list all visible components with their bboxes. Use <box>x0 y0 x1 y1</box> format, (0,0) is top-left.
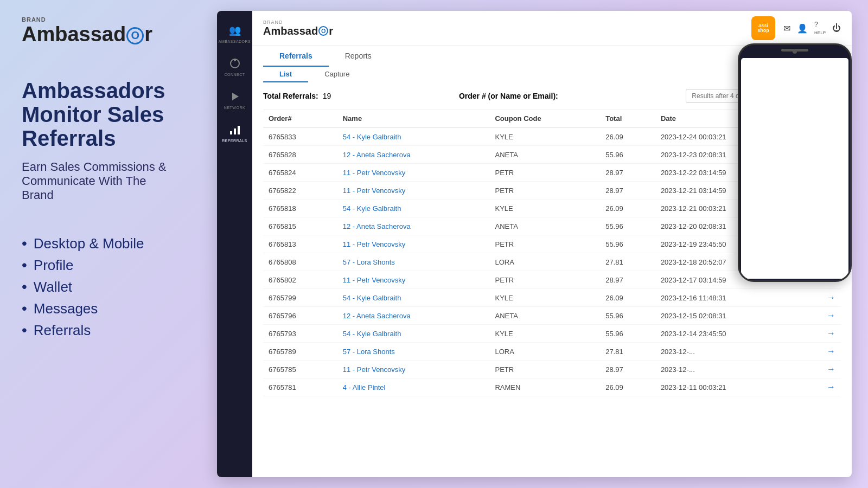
cell-name[interactable]: 11 - Petr Vencovsky <box>337 361 490 378</box>
cell-name[interactable]: 11 - Petr Vencovsky <box>337 271 490 289</box>
col-total: Total <box>600 110 655 127</box>
cell-total: 28.97 <box>600 182 655 200</box>
sidebar-referrals-label: REFERRALS <box>222 139 247 143</box>
table-row: 6765781 4 - Allie Pintel RAMEN 26.09 202… <box>263 378 841 396</box>
right-panel: 👥 AMBASSADORS CONNECT NETWOR <box>201 0 868 488</box>
cell-name[interactable]: 11 - Petr Vencovsky <box>337 182 490 200</box>
table-row: 6765799 54 - Kyle Galbraith KYLE 26.09 2… <box>263 289 841 307</box>
topbar-suffix: r <box>329 25 333 37</box>
cell-total: 55.96 <box>600 146 655 164</box>
cell-arrow[interactable]: → <box>803 289 841 307</box>
cell-order: 6765828 <box>263 146 337 164</box>
sidebar-connect-label: CONNECT <box>224 73 245 76</box>
cell-name[interactable]: 4 - Allie Pintel <box>337 378 490 396</box>
cell-date: 2023-12-15 02:08:31 <box>655 307 803 325</box>
cell-coupon: PETR <box>489 164 600 182</box>
cell-total: 26.09 <box>600 289 655 307</box>
sidebar-item-ambassadors[interactable]: 👥 AMBASSADORS <box>217 16 252 47</box>
cell-order: 6765793 <box>263 325 337 343</box>
svg-rect-4 <box>234 129 236 134</box>
cell-date: 2023-12-11 00:03:21 <box>655 378 803 396</box>
cell-arrow[interactable]: → <box>803 325 841 343</box>
order-label: Order # (or Name or Email): <box>342 92 675 100</box>
ambassadors-icon: 👥 <box>227 23 242 38</box>
cell-name[interactable]: 57 - Lora Shonts <box>337 253 490 271</box>
sidebar-item-connect[interactable]: CONNECT <box>217 49 252 80</box>
cell-arrow[interactable]: → <box>803 307 841 325</box>
svg-rect-5 <box>238 126 240 134</box>
features-list: Desktop & MobileProfileWalletMessagesRef… <box>22 235 179 339</box>
cell-arrow[interactable]: → <box>803 361 841 378</box>
svg-marker-2 <box>232 93 239 100</box>
cell-coupon: ANETA <box>489 146 600 164</box>
cell-name[interactable]: 12 - Aneta Sacherova <box>337 307 490 325</box>
cell-total: 28.97 <box>600 271 655 289</box>
table-row: 6765785 11 - Petr Vencovsky PETR 28.97 2… <box>263 361 841 378</box>
cell-arrow[interactable]: → <box>803 343 841 361</box>
cell-date: 2023-12-14 23:45:50 <box>655 325 803 343</box>
cell-name[interactable]: 54 - Kyle Galbraith <box>337 200 490 217</box>
topbar-brand-label: BRAND <box>263 20 333 25</box>
cell-name[interactable]: 54 - Kyle Galbraith <box>337 325 490 343</box>
cell-total: 26.09 <box>600 200 655 217</box>
cell-order: 6765808 <box>263 253 337 271</box>
cell-coupon: LORA <box>489 253 600 271</box>
cell-total: 27.81 <box>600 343 655 361</box>
col-order: Order# <box>263 110 337 127</box>
cell-name[interactable]: 12 - Aneta Sacherova <box>337 217 490 235</box>
help-icon[interactable]: ?HELP <box>814 21 826 36</box>
cell-order: 6765824 <box>263 164 337 182</box>
cell-coupon: LORA <box>489 343 600 361</box>
cell-order: 6765833 <box>263 127 337 146</box>
cell-coupon: ANETA <box>489 307 600 325</box>
cell-name[interactable]: 11 - Petr Vencovsky <box>337 235 490 253</box>
power-icon[interactable]: ⏻ <box>832 23 841 33</box>
cell-total: 55.96 <box>600 307 655 325</box>
cell-date: 2023-12-16 11:48:31 <box>655 289 803 307</box>
cell-name[interactable]: 57 - Lora Shonts <box>337 343 490 361</box>
total-label: Total Referrals: <box>263 92 318 100</box>
feature-item: Desktop & Mobile <box>22 235 179 252</box>
phone-mockup <box>738 43 852 282</box>
left-panel: BRAND Ambassad O r Ambassadors Monitor S… <box>0 0 201 488</box>
col-coupon: Coupon Code <box>489 110 600 127</box>
partner-logo: assi shop <box>751 16 775 40</box>
user-icon[interactable]: 👤 <box>797 23 808 34</box>
cell-total: 26.09 <box>600 127 655 146</box>
cell-coupon: ANETA <box>489 217 600 235</box>
cell-coupon: KYLE <box>489 289 600 307</box>
tab-referrals[interactable]: Referrals <box>263 46 329 67</box>
topbar-prefix: Ambassad <box>263 25 318 37</box>
cell-order: 6765815 <box>263 217 337 235</box>
cell-name[interactable]: 11 - Petr Vencovsky <box>337 164 490 182</box>
cell-name[interactable]: 12 - Aneta Sacherova <box>337 146 490 164</box>
cell-name[interactable]: 54 - Kyle Galbraith <box>337 127 490 146</box>
cell-order: 6765785 <box>263 361 337 378</box>
table-row: 6765796 12 - Aneta Sacherova ANETA 55.96… <box>263 307 841 325</box>
svg-point-1 <box>234 59 236 61</box>
cell-name[interactable]: 54 - Kyle Galbraith <box>337 289 490 307</box>
cell-coupon: PETR <box>489 235 600 253</box>
cell-total: 55.96 <box>600 217 655 235</box>
cell-coupon: PETR <box>489 361 600 378</box>
tab-reports[interactable]: Reports <box>329 46 388 67</box>
brand-name: Ambassad O r <box>22 23 179 46</box>
cell-coupon: KYLE <box>489 200 600 217</box>
tab-list[interactable]: List <box>263 67 308 82</box>
sidebar-item-referrals[interactable]: REFERRALS <box>217 115 252 146</box>
page-title: Ambassadors Monitor Sales Referrals <box>22 79 179 150</box>
cell-order: 6765796 <box>263 307 337 325</box>
cell-date: 2023-12-... <box>655 343 803 361</box>
brand-o: O <box>126 27 144 44</box>
phone-dot <box>793 49 797 54</box>
tab-capture[interactable]: Capture <box>308 67 366 82</box>
total-referrals-label: Total Referrals: 19 <box>263 92 331 100</box>
cell-arrow[interactable]: → <box>803 378 841 396</box>
sidebar-item-network[interactable]: NETWORK <box>217 82 252 113</box>
cell-coupon: KYLE <box>489 127 600 146</box>
table-row: 6765793 54 - Kyle Galbraith KYLE 55.96 2… <box>263 325 841 343</box>
cell-order: 6765781 <box>263 378 337 396</box>
brand-logo: BRAND Ambassad O r <box>22 16 179 46</box>
mail-icon[interactable]: ✉ <box>783 23 790 34</box>
cell-coupon: PETR <box>489 182 600 200</box>
